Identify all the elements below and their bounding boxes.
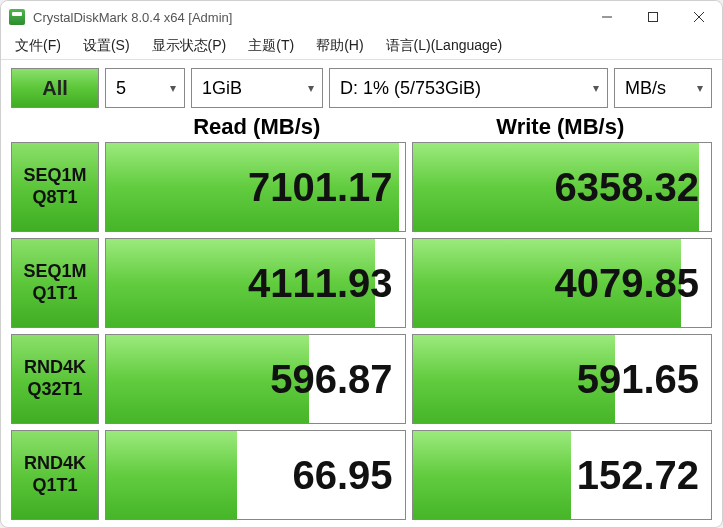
close-button[interactable]	[676, 1, 722, 33]
result-row: SEQ1M Q1T1 4111.93 4079.85	[11, 238, 712, 328]
write-cell: 6358.32	[412, 142, 713, 232]
unit-select[interactable]: MB/s ▾	[614, 68, 712, 108]
test-label-line2: Q1T1	[32, 475, 77, 497]
minimize-button[interactable]	[584, 1, 630, 33]
header-write: Write (MB/s)	[409, 114, 713, 140]
test-label-line1: RND4K	[24, 357, 86, 379]
header-read: Read (MB/s)	[105, 114, 409, 140]
drive-value: D: 1% (5/753GiB)	[340, 78, 481, 99]
chevron-down-icon: ▾	[697, 81, 703, 95]
test-label-line2: Q32T1	[27, 379, 82, 401]
size-select[interactable]: 1GiB ▾	[191, 68, 323, 108]
write-value: 591.65	[577, 357, 699, 402]
read-cell: 596.87	[105, 334, 406, 424]
controls-row: All 5 ▾ 1GiB ▾ D: 1% (5/753GiB) ▾ MB/s ▾	[1, 60, 722, 112]
read-cell: 66.95	[105, 430, 406, 520]
app-icon	[9, 9, 25, 25]
size-value: 1GiB	[202, 78, 242, 99]
test-label-line1: SEQ1M	[23, 261, 86, 283]
test-button-rnd4k-q1t1[interactable]: RND4K Q1T1	[11, 430, 99, 520]
read-cell: 4111.93	[105, 238, 406, 328]
svg-rect-0	[649, 13, 658, 22]
menu-settings[interactable]: 设置(S)	[73, 33, 140, 59]
test-label-line2: Q1T1	[32, 283, 77, 305]
menu-display[interactable]: 显示状态(P)	[142, 33, 237, 59]
runs-select[interactable]: 5 ▾	[105, 68, 185, 108]
read-cell: 7101.17	[105, 142, 406, 232]
menu-help[interactable]: 帮助(H)	[306, 33, 373, 59]
menu-language[interactable]: 语言(L)(Language)	[376, 33, 513, 59]
drive-select[interactable]: D: 1% (5/753GiB) ▾	[329, 68, 608, 108]
write-value: 4079.85	[554, 261, 699, 306]
maximize-button[interactable]	[630, 1, 676, 33]
titlebar: CrystalDiskMark 8.0.4 x64 [Admin]	[1, 1, 722, 33]
write-cell: 152.72	[412, 430, 713, 520]
test-button-rnd4k-q32t1[interactable]: RND4K Q32T1	[11, 334, 99, 424]
chevron-down-icon: ▾	[308, 81, 314, 95]
write-value: 6358.32	[554, 165, 699, 210]
test-label-line2: Q8T1	[32, 187, 77, 209]
write-fill-bar	[413, 431, 571, 519]
menu-file[interactable]: 文件(F)	[5, 33, 71, 59]
result-row: RND4K Q32T1 596.87 591.65	[11, 334, 712, 424]
read-value: 66.95	[292, 453, 392, 498]
read-fill-bar	[106, 431, 237, 519]
test-button-seq1m-q1t1[interactable]: SEQ1M Q1T1	[11, 238, 99, 328]
column-headers: Read (MB/s) Write (MB/s)	[1, 112, 722, 142]
read-value: 7101.17	[248, 165, 393, 210]
read-value: 4111.93	[248, 261, 393, 306]
runs-value: 5	[116, 78, 126, 99]
read-value: 596.87	[270, 357, 392, 402]
result-row: SEQ1M Q8T1 7101.17 6358.32	[11, 142, 712, 232]
menubar: 文件(F) 设置(S) 显示状态(P) 主题(T) 帮助(H) 语言(L)(La…	[1, 33, 722, 60]
chevron-down-icon: ▾	[170, 81, 176, 95]
write-cell: 591.65	[412, 334, 713, 424]
result-row: RND4K Q1T1 66.95 152.72	[11, 430, 712, 520]
results-grid: SEQ1M Q8T1 7101.17 6358.32 SEQ1M Q1T1 41…	[1, 142, 722, 528]
chevron-down-icon: ▾	[593, 81, 599, 95]
write-value: 152.72	[577, 453, 699, 498]
menu-theme[interactable]: 主题(T)	[238, 33, 304, 59]
test-button-seq1m-q8t1[interactable]: SEQ1M Q8T1	[11, 142, 99, 232]
write-cell: 4079.85	[412, 238, 713, 328]
window-title: CrystalDiskMark 8.0.4 x64 [Admin]	[33, 10, 232, 25]
run-all-button[interactable]: All	[11, 68, 99, 108]
test-label-line1: RND4K	[24, 453, 86, 475]
unit-value: MB/s	[625, 78, 666, 99]
test-label-line1: SEQ1M	[23, 165, 86, 187]
app-window: CrystalDiskMark 8.0.4 x64 [Admin] 文件(F) …	[0, 0, 723, 528]
